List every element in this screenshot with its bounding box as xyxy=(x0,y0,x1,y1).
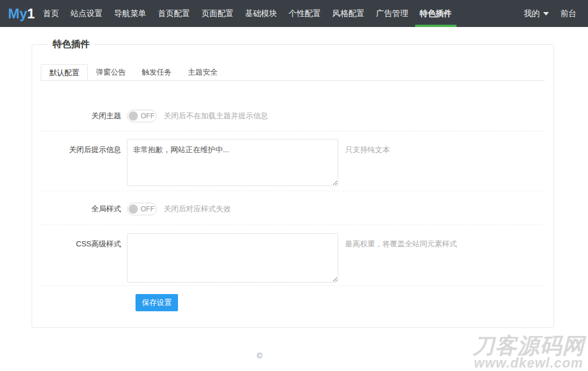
form-row-close-message: 关闭后提示信息 非常抱歉，网站正在维护中... 只支持纯文本 xyxy=(41,132,545,191)
copyright-icon: © xyxy=(257,351,262,360)
nav-item-featured-plugins[interactable]: 特色插件 xyxy=(414,0,458,27)
chevron-down-icon xyxy=(543,12,549,16)
global-style-label: 全局样式 xyxy=(41,203,121,215)
my-dropdown-label: 我的 xyxy=(524,9,540,19)
toggle-state-label: OFF xyxy=(141,205,154,213)
logo-text-my: My xyxy=(8,6,27,22)
tab-theme-security[interactable]: 主题安全 xyxy=(180,64,226,80)
nav-item-personal-config[interactable]: 个性配置 xyxy=(283,0,327,27)
nav-item-page-config[interactable]: 页面配置 xyxy=(196,0,239,27)
nav-right-group: 我的 前台 xyxy=(518,0,588,27)
nav-item-homepage-config[interactable]: 首页配置 xyxy=(152,0,196,27)
nav-item-nav-menu[interactable]: 导航菜单 xyxy=(109,0,152,27)
settings-form: 关闭主题 OFF 关闭后不在加载主题并提示信息 关闭后提示信息 非常抱歉，网站正… xyxy=(32,81,554,327)
form-row-close-theme: 关闭主题 OFF 关闭后不在加载主题并提示信息 xyxy=(41,81,545,132)
logo-text-one: 1 xyxy=(27,6,34,22)
close-message-label: 关闭后提示信息 xyxy=(41,139,121,186)
panel-title: 特色插件 xyxy=(48,38,94,51)
close-theme-helper: 关闭后不在加载主题并提示信息 xyxy=(164,111,268,121)
tab-default-config[interactable]: 默认配置 xyxy=(41,64,88,80)
main-content: 特色插件 默认配置 弹窗公告 触发任务 主题安全 关闭主题 OFF 关闭后不在加… xyxy=(0,44,588,328)
advanced-css-helper: 最高权重，将覆盖全站同元素样式 xyxy=(345,233,457,283)
close-theme-label: 关闭主题 xyxy=(41,110,121,122)
form-row-global-style: 全局样式 OFF 关闭后对应样式失效 xyxy=(41,191,545,225)
nav-item-site-settings[interactable]: 站点设置 xyxy=(65,0,109,27)
toggle-state-label: OFF xyxy=(141,112,154,120)
tab-bar: 默认配置 弹窗公告 触发任务 主题安全 xyxy=(41,64,545,81)
featured-plugins-panel: 特色插件 默认配置 弹窗公告 触发任务 主题安全 关闭主题 OFF 关闭后不在加… xyxy=(32,44,554,328)
nav-item-frontend[interactable]: 前台 xyxy=(555,0,582,27)
top-navbar: My1 首页 站点设置 导航菜单 首页配置 页面配置 基础模块 个性配置 风格配… xyxy=(0,0,588,27)
save-settings-button[interactable]: 保存设置 xyxy=(136,294,178,311)
close-message-helper: 只支持纯文本 xyxy=(345,139,390,186)
advanced-css-label: CSS高级样式 xyxy=(41,233,121,283)
toggle-knob xyxy=(129,111,138,121)
form-row-advanced-css: CSS高级样式 最高权重，将覆盖全站同元素样式 xyxy=(41,225,545,286)
nav-item-basic-modules[interactable]: 基础模块 xyxy=(239,0,283,27)
tab-trigger-task[interactable]: 触发任务 xyxy=(134,64,180,80)
toggle-knob xyxy=(129,204,138,214)
nav-item-ad-manage[interactable]: 广告管理 xyxy=(370,0,414,27)
site-logo[interactable]: My1 xyxy=(0,0,37,27)
form-row-save: 保存设置 xyxy=(41,286,545,327)
nav-item-home[interactable]: 首页 xyxy=(37,0,65,27)
nav-item-style-config[interactable]: 风格配置 xyxy=(327,0,370,27)
tab-popup-notice[interactable]: 弹窗公告 xyxy=(88,64,134,80)
page-footer: © xyxy=(0,350,588,361)
global-style-toggle[interactable]: OFF xyxy=(127,203,157,215)
global-style-helper: 关闭后对应样式失效 xyxy=(164,204,231,214)
close-theme-toggle[interactable]: OFF xyxy=(127,110,157,122)
advanced-css-textarea[interactable] xyxy=(127,233,338,283)
nav-item-my-dropdown[interactable]: 我的 xyxy=(518,0,555,27)
main-nav: 首页 站点设置 导航菜单 首页配置 页面配置 基础模块 个性配置 风格配置 广告… xyxy=(37,0,458,27)
close-message-textarea[interactable]: 非常抱歉，网站正在维护中... xyxy=(127,139,338,186)
